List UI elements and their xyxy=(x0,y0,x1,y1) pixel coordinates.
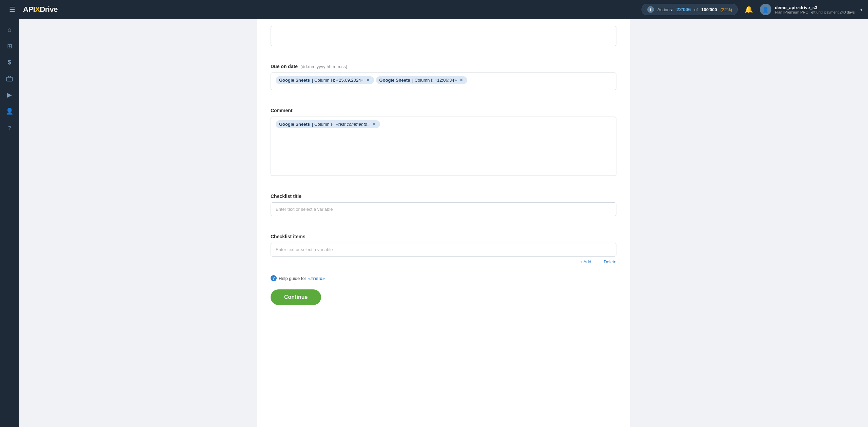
actions-label: Actions: xyxy=(657,7,673,12)
due-date-token-1: Google Sheets | Column H: «25.09.2024» ✕ xyxy=(276,76,374,84)
due-date-token-2-col: | Column I: «12:06:34» xyxy=(412,78,457,83)
help-circle-icon: ? xyxy=(271,275,277,281)
due-date-token-1-source: Google Sheets xyxy=(279,78,310,83)
comment-token: Google Sheets | Column F: «test comments… xyxy=(276,120,380,128)
user-info: demo_apix-drive_s3 Plan |Premium PRO| le… xyxy=(775,5,855,14)
due-on-date-label: Due on date (dd.mm.yyyy hh:mm:ss) xyxy=(271,64,616,69)
add-link[interactable]: + Add xyxy=(580,259,591,264)
sidebar-item-profile[interactable]: 👤 xyxy=(3,104,16,118)
actions-of: of xyxy=(694,7,698,12)
sidebar-item-help[interactable]: ? xyxy=(3,121,16,134)
continue-button[interactable]: Continue xyxy=(271,289,321,305)
due-date-token-1-col: | Column H: «25.09.2024» xyxy=(312,78,363,83)
comment-label: Comment xyxy=(271,108,616,113)
help-link-section: ? Help guide for «Trello» xyxy=(271,275,616,281)
comment-token-col: | Column F: «test comments» xyxy=(312,122,370,127)
sidebar: ⌂ ⊞ $ ▶ 👤 ? xyxy=(0,19,19,427)
svg-rect-0 xyxy=(7,77,13,81)
notifications-button[interactable]: 🔔 xyxy=(742,4,756,15)
due-on-date-field[interactable]: Google Sheets | Column H: «25.09.2024» ✕… xyxy=(271,73,616,90)
comment-field[interactable]: Google Sheets | Column F: «test comments… xyxy=(271,117,616,176)
menu-toggle-button[interactable]: ☰ xyxy=(5,3,19,16)
partial-field xyxy=(271,26,616,46)
sidebar-item-tutorials[interactable]: ▶ xyxy=(3,88,16,102)
user-plan: Plan |Premium PRO| left until payment 24… xyxy=(775,10,855,14)
comment-section: Comment Google Sheets | Column F: «test … xyxy=(271,101,616,176)
help-trello-link[interactable]: «Trello» xyxy=(308,276,325,281)
checklist-title-label: Checklist title xyxy=(271,194,616,199)
due-on-date-section: Due on date (dd.mm.yyyy hh:mm:ss) Google… xyxy=(271,57,616,90)
actions-used: 22'046 xyxy=(676,7,691,12)
info-icon: i xyxy=(647,6,654,13)
due-date-token-2-source: Google Sheets xyxy=(379,78,410,83)
user-name: demo_apix-drive_s3 xyxy=(775,5,855,10)
chevron-down-icon: ▾ xyxy=(860,7,863,12)
topnav: ☰ APIXDrive i Actions: 22'046 of 100'000… xyxy=(0,0,868,19)
due-on-date-hint: (dd.mm.yyyy hh:mm:ss) xyxy=(300,64,347,69)
sidebar-item-billing[interactable]: $ xyxy=(3,56,16,69)
due-date-token-2-remove[interactable]: ✕ xyxy=(459,78,464,82)
checklist-items-input[interactable] xyxy=(271,243,616,257)
checklist-actions: + Add — Delete xyxy=(271,259,616,264)
due-date-token-2: Google Sheets | Column I: «12:06:34» ✕ xyxy=(376,76,467,84)
checklist-items-section: Checklist items + Add — Delete xyxy=(271,227,616,264)
actions-badge: i Actions: 22'046 of 100'000 (22%) xyxy=(642,4,738,15)
logo-drive-text: Drive xyxy=(40,5,58,14)
form-wrapper: Due on date (dd.mm.yyyy hh:mm:ss) Google… xyxy=(257,19,630,427)
delete-link[interactable]: — Delete xyxy=(598,259,616,264)
avatar: 👤 xyxy=(760,4,771,15)
checklist-items-label: Checklist items xyxy=(271,234,616,239)
sidebar-item-projects[interactable] xyxy=(3,72,16,85)
sidebar-item-connections[interactable]: ⊞ xyxy=(3,39,16,53)
checklist-title-input[interactable] xyxy=(271,202,616,216)
logo-x-text: X xyxy=(35,5,40,14)
logo-api-text: API xyxy=(23,5,35,14)
user-menu[interactable]: 👤 demo_apix-drive_s3 Plan |Premium PRO| … xyxy=(760,4,863,15)
partial-field-section xyxy=(271,19,616,46)
main-content: Due on date (dd.mm.yyyy hh:mm:ss) Google… xyxy=(19,19,868,427)
logo: APIXDrive xyxy=(23,5,58,14)
actions-total: 100'000 xyxy=(701,7,717,12)
actions-pct: (22%) xyxy=(721,7,732,12)
comment-token-remove[interactable]: ✕ xyxy=(372,122,377,126)
help-prefix: Help guide for xyxy=(279,276,306,281)
checklist-title-section: Checklist title xyxy=(271,187,616,216)
sidebar-item-home[interactable]: ⌂ xyxy=(3,23,16,37)
comment-token-source: Google Sheets xyxy=(279,122,310,127)
due-date-token-1-remove[interactable]: ✕ xyxy=(366,78,371,82)
